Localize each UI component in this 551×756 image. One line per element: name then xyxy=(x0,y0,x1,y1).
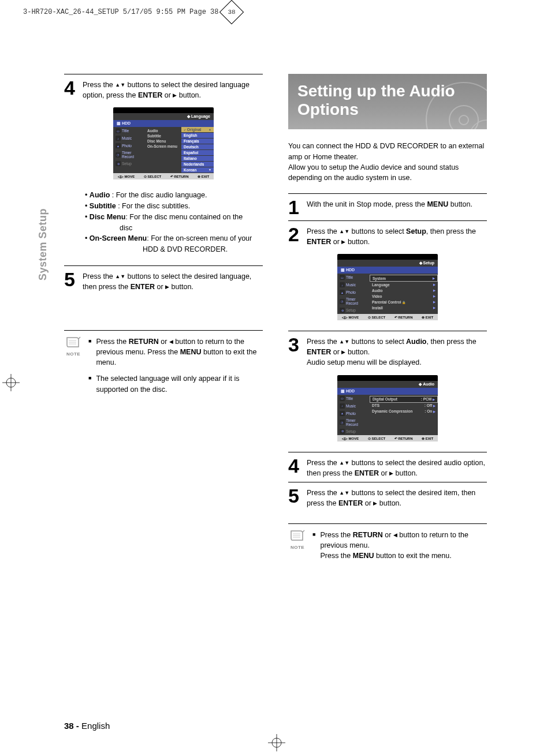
osd-categories: Audio Subtitle Disc Menu On-Screen menu xyxy=(146,127,181,173)
definitions-list: • Audio : For the disc audio language. •… xyxy=(85,190,263,255)
up-down-icon: ▲▼ xyxy=(339,460,349,466)
osd-language-menu: ◆ Language ▦ HDD ▭Title ♪Music ▲Photo ◷T… xyxy=(113,107,214,179)
print-slug-text: 3-HR720-XAC_26-44_SETUP 5/17/05 9:55 PM … xyxy=(23,8,218,16)
step-4-right: 4 Press the ▲▼ buttons to select the des… xyxy=(288,456,487,478)
note-label: NOTE xyxy=(64,351,83,357)
left-icon: ◀ xyxy=(169,339,173,345)
note-item: ■Press the RETURN or ◀ button to return … xyxy=(312,530,487,561)
intro-text: You can connect the HDD & DVD RECORDER t… xyxy=(288,141,487,183)
osd-setup-menu: ◆ Setup ▦ HDD ▭Title ♪Music ▲Photo ◷Time… xyxy=(337,254,438,320)
osd-nav: ▭Title ♪Music ▲Photo ◷Timer Record ⚙Setu… xyxy=(113,127,146,173)
step-2: 2 Press the ▲▼ buttons to select Setup, … xyxy=(288,224,487,247)
step-text: Press the ▲▼ buttons to select the desir… xyxy=(83,270,263,292)
step-4: 4 Press the ▲▼ buttons to select the des… xyxy=(64,78,263,100)
note-icon xyxy=(290,530,305,541)
step-text: Press the ▲▼ buttons to select the desir… xyxy=(83,78,263,100)
up-down-icon: ▲▼ xyxy=(115,274,125,279)
rule xyxy=(64,330,263,331)
page-crop-diamond: 38 xyxy=(219,0,244,24)
print-slug: 3-HR720-XAC_26-44_SETUP 5/17/05 9:55 PM … xyxy=(23,3,240,21)
up-down-icon: ▲▼ xyxy=(339,490,349,496)
left-icon: ◀ xyxy=(393,532,397,538)
osd-language-list: ✓ Original ▲ English Français Deutsch Es… xyxy=(181,127,214,173)
disc-graphic-icon xyxy=(423,80,487,129)
step-number: 5 xyxy=(64,270,79,289)
registration-mark-bottom xyxy=(268,734,285,754)
step-number: 4 xyxy=(64,78,79,98)
step-5: 5 Press the ▲▼ buttons to select the des… xyxy=(64,270,263,292)
svg-point-11 xyxy=(459,115,468,125)
left-column: 4 Press the ▲▼ buttons to select the des… xyxy=(64,74,263,401)
side-section-tab: System Setup xyxy=(37,200,49,280)
right-column: Setting up the Audio Options You can con… xyxy=(288,74,487,567)
osd-footer: ◁▷ MOVE ⊙ SELECT ↶ RETURN ⊗ EXIT xyxy=(113,173,214,179)
page-footer: 38 - English xyxy=(64,721,110,731)
note-item: ■Press the RETURN or ◀ button to return … xyxy=(88,336,263,368)
note-item: ■The selected language will only appear … xyxy=(88,373,263,394)
step-5-right: 5 Press the ▲▼ buttons to select the des… xyxy=(288,486,487,508)
up-down-icon: ▲▼ xyxy=(339,339,349,345)
osd-audio-menu: ◆ Audio ▦ HDD ▭Title ♪Music ▲Photo ◷Time… xyxy=(337,375,438,441)
note-icon xyxy=(66,336,81,348)
step-1: 1 With the unit in Stop mode, press the … xyxy=(288,197,487,217)
note-block-right: NOTE ■Press the RETURN or ◀ button to re… xyxy=(288,530,487,567)
step-3: 3 Press the ▲▼ buttons to select Audio, … xyxy=(288,335,487,368)
note-block: NOTE ■Press the RETURN or ◀ button to re… xyxy=(64,336,263,401)
up-down-icon: ▲▼ xyxy=(115,82,125,88)
registration-mark-left xyxy=(2,374,20,394)
rule xyxy=(64,265,263,266)
rule xyxy=(64,74,263,74)
section-title-block: Setting up the Audio Options xyxy=(288,74,487,129)
up-down-icon: ▲▼ xyxy=(339,229,349,234)
osd-audio-rows: Digital Output: PCM ▶ DTS: Off ▶ Dynamic… xyxy=(370,395,438,435)
note-list: ■Press the RETURN or ◀ button to return … xyxy=(88,336,263,401)
osd-setup-list: System▶ Language▶ Audio▶ Video▶ Parental… xyxy=(370,274,438,314)
